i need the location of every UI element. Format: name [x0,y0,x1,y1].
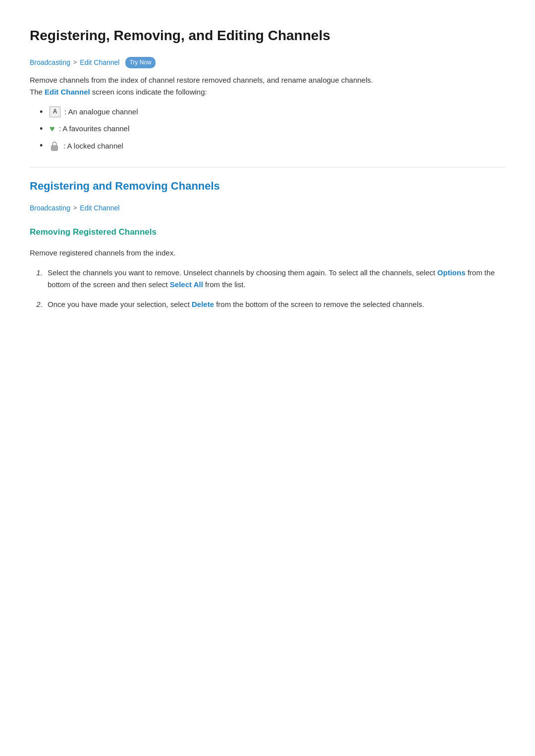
breadcrumb-1: Broadcasting > Edit Channel Try Now [30,57,505,68]
breadcrumb2-broadcasting-link[interactable]: Broadcasting [30,202,70,213]
list-item-locked: : A locked channel [50,140,505,152]
step-2: Once you have made your selection, selec… [45,299,505,310]
favourites-label: : A favourites channel [59,123,130,135]
options-link[interactable]: Options [437,268,466,277]
step1-text3: from the list. [203,280,246,289]
svg-rect-0 [52,146,58,151]
step2-text2: from the bottom of the screen to remove … [214,300,424,308]
page-title: Registering, Removing, and Editing Chann… [30,25,505,47]
description-text3: screen icons indicate the following: [90,88,207,96]
section2-title: Registering and Removing Channels [30,177,505,195]
list-item-analogue: A : An analogue channel [50,106,505,118]
analogue-label: : An analogue channel [64,106,138,118]
description-text2: The [30,88,45,96]
description-text1: Remove channels from the index of channe… [30,76,373,84]
heart-icon: ♥ [50,122,55,136]
delete-link[interactable]: Delete [192,300,214,308]
section-divider [30,167,505,167]
breadcrumb-2: Broadcasting > Edit Channel [30,202,505,213]
remove-intro: Remove registered channels from the inde… [30,247,505,259]
list-item-favourites: ♥ : A favourites channel [50,122,505,136]
analogue-icon: A [50,106,60,117]
icon-list: A : An analogue channel ♥ : A favourites… [30,106,505,152]
breadcrumb-separator-1: > [73,57,77,68]
subsection1-title: Removing Registered Channels [30,225,505,239]
breadcrumb2-editchannel-link[interactable]: Edit Channel [80,202,119,213]
step2-text1: Once you have made your selection, selec… [48,300,192,308]
try-now-badge[interactable]: Try Now [125,57,155,68]
lock-icon [50,141,59,151]
step1-text1: Select the channels you want to remove. … [48,268,437,277]
main-description: Remove channels from the index of channe… [30,74,505,98]
breadcrumb-editchannel-link[interactable]: Edit Channel [80,57,119,68]
breadcrumb2-separator: > [73,203,77,213]
step-1: Select the channels you want to remove. … [45,267,505,291]
select-all-link[interactable]: Select All [170,280,203,289]
locked-label: : A locked channel [63,140,123,152]
steps-list: Select the channels you want to remove. … [30,267,505,310]
breadcrumb-broadcasting-link[interactable]: Broadcasting [30,57,70,68]
edit-channel-inline-link[interactable]: Edit Channel [45,88,90,96]
